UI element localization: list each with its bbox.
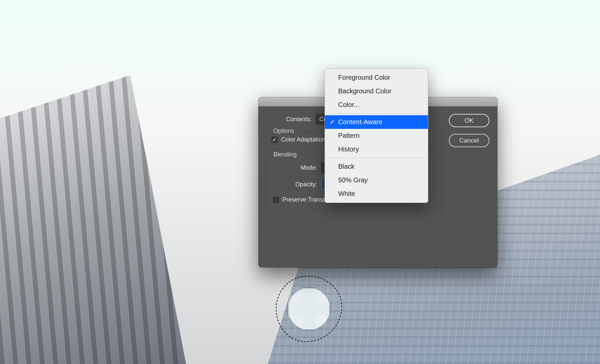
contents-label: Contents: bbox=[266, 116, 312, 123]
cancel-button[interactable]: Cancel bbox=[449, 134, 489, 147]
mode-label: Mode: bbox=[271, 164, 317, 171]
menu-item-black[interactable]: Black bbox=[325, 160, 428, 173]
menu-item-foreground-color[interactable]: Foreground Color bbox=[325, 71, 428, 84]
menu-separator bbox=[325, 113, 428, 114]
menu-item-pattern[interactable]: Pattern bbox=[325, 129, 428, 142]
menu-item-color[interactable]: Color... bbox=[325, 98, 428, 112]
opacity-label: Opacity: bbox=[271, 181, 317, 188]
menu-item-history[interactable]: History bbox=[325, 142, 428, 156]
menu-item-content-aware[interactable]: Content-Aware bbox=[325, 115, 428, 129]
menu-item-background-color[interactable]: Background Color bbox=[325, 84, 428, 98]
contents-dropdown-menu: Foreground Color Background Color Color.… bbox=[325, 68, 428, 203]
options-label: Options bbox=[271, 128, 297, 135]
blending-label: Blending bbox=[271, 151, 299, 158]
menu-separator bbox=[325, 158, 428, 158]
preserve-transparency-checkbox[interactable] bbox=[273, 197, 279, 203]
ok-button[interactable]: OK bbox=[449, 114, 489, 127]
color-adaptation-label: Color Adaptation bbox=[281, 136, 325, 143]
background-building-left bbox=[0, 75, 186, 364]
menu-item-50-gray[interactable]: 50% Gray bbox=[325, 173, 428, 187]
color-adaptation-checkbox[interactable] bbox=[271, 136, 278, 143]
menu-item-white[interactable]: White bbox=[325, 187, 428, 201]
